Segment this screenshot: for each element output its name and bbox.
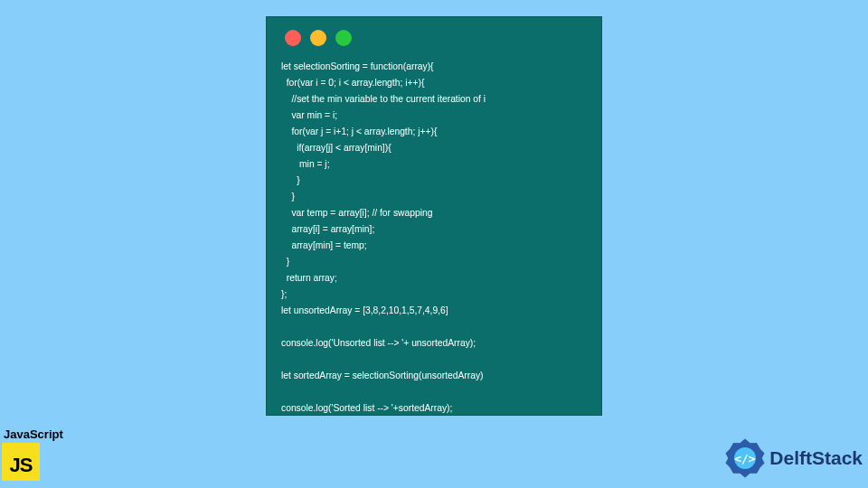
delftstack-text: DelftStack (769, 447, 863, 469)
javascript-logo-text: JS (10, 454, 33, 477)
delftstack-badge: </> DelftStack (724, 437, 863, 479)
window-traffic-lights (285, 30, 587, 46)
code-window: let selectionSorting = function(array){ … (266, 16, 602, 416)
svg-text:</>: </> (735, 452, 757, 465)
minimize-dot-icon (310, 30, 326, 46)
javascript-badge: JavaScript JS (2, 427, 63, 481)
close-dot-icon (285, 30, 301, 46)
javascript-logo-icon: JS (2, 443, 40, 481)
code-block: let selectionSorting = function(array){ … (281, 59, 587, 417)
javascript-label: JavaScript (4, 427, 63, 441)
delftstack-logo-icon: </> (724, 437, 766, 479)
maximize-dot-icon (335, 30, 352, 46)
